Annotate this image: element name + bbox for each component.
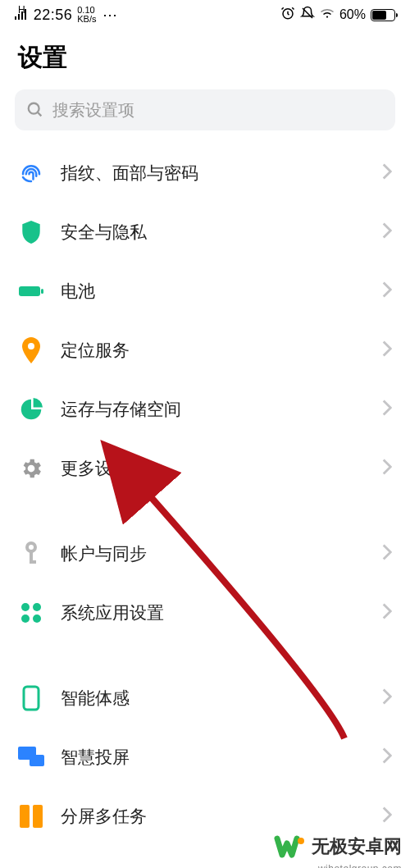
apps-grid-icon xyxy=(18,600,44,626)
more-icon: ⋯ xyxy=(102,6,119,24)
svg-point-14 xyxy=(21,603,30,611)
battery-icon xyxy=(371,9,395,21)
pie-chart-icon xyxy=(18,396,44,423)
battery-icon xyxy=(18,278,44,304)
svg-rect-23 xyxy=(33,805,43,828)
chevron-right-icon xyxy=(382,340,392,360)
item-smart-cast[interactable]: 智慧投屏 xyxy=(0,728,410,787)
svg-point-6 xyxy=(29,103,39,114)
chevron-right-icon xyxy=(382,281,392,301)
item-label: 帐户与同步 xyxy=(61,542,366,565)
chevron-right-icon xyxy=(382,603,392,623)
item-label: 安全与隐私 xyxy=(61,221,366,244)
item-label: 定位服务 xyxy=(61,339,366,362)
signal-type: H xyxy=(18,4,25,16)
svg-rect-13 xyxy=(30,560,36,564)
location-pin-icon xyxy=(18,337,44,363)
status-bar: H 22:56 0.10 KB/s ⋯ 60% xyxy=(0,0,410,30)
svg-point-9 xyxy=(28,343,34,349)
svg-rect-18 xyxy=(24,687,39,710)
svg-rect-8 xyxy=(41,289,43,294)
item-more-settings[interactable]: 更多设置 xyxy=(0,439,410,498)
alarm-icon xyxy=(280,6,295,24)
wifi-icon xyxy=(320,7,335,22)
battery-percent: 60% xyxy=(339,7,366,22)
item-storage[interactable]: 运存与存储空间 xyxy=(0,380,410,439)
item-label: 智能体感 xyxy=(61,687,366,710)
watermark-text: 无极安卓网 xyxy=(312,834,402,859)
network-speed: 0.10 KB/s xyxy=(77,6,96,24)
watermark-url: wjhotelgroup.com xyxy=(318,863,402,868)
svg-rect-0 xyxy=(15,16,16,20)
chevron-right-icon xyxy=(382,222,392,242)
svg-point-11 xyxy=(29,545,34,550)
svg-point-16 xyxy=(21,614,30,623)
phone-outline-icon xyxy=(18,685,44,711)
search-input[interactable]: 搜索设置项 xyxy=(15,89,395,130)
item-label: 运存与存储空间 xyxy=(61,398,366,421)
watermark-logo-icon xyxy=(274,830,307,863)
svg-point-5 xyxy=(326,16,328,17)
page-title: 设置 xyxy=(0,30,410,89)
shield-icon xyxy=(18,219,44,245)
dnd-icon xyxy=(300,6,315,24)
svg-rect-22 xyxy=(20,805,30,828)
clock-time: 22:56 xyxy=(34,7,73,24)
item-label: 系统应用设置 xyxy=(61,601,366,624)
chevron-right-icon xyxy=(382,747,392,767)
item-fingerprint[interactable]: 指纹、面部与密码 xyxy=(0,144,410,203)
item-label: 更多设置 xyxy=(61,457,366,480)
search-icon xyxy=(26,101,44,119)
chevron-right-icon xyxy=(382,544,392,564)
svg-point-24 xyxy=(298,838,304,844)
key-icon xyxy=(18,541,44,567)
item-label: 分屏多任务 xyxy=(61,805,366,828)
speed-unit: KB/s xyxy=(77,15,96,24)
item-accounts[interactable]: 帐户与同步 xyxy=(0,524,410,583)
status-left: H 22:56 0.10 KB/s ⋯ xyxy=(15,6,119,24)
item-security[interactable]: 安全与隐私 xyxy=(0,203,410,262)
chevron-right-icon xyxy=(382,400,392,419)
item-label: 智慧投屏 xyxy=(61,746,366,769)
chevron-right-icon xyxy=(382,163,392,183)
item-system-apps[interactable]: 系统应用设置 xyxy=(0,583,410,642)
group-separator xyxy=(0,498,410,524)
chevron-right-icon xyxy=(382,459,392,478)
chevron-right-icon xyxy=(382,806,392,826)
item-battery[interactable]: 电池 xyxy=(0,262,410,321)
status-right: 60% xyxy=(280,6,395,24)
split-screen-icon xyxy=(18,803,44,829)
search-container: 搜索设置项 xyxy=(0,89,410,140)
svg-point-15 xyxy=(33,603,41,611)
item-label: 指纹、面部与密码 xyxy=(61,162,366,185)
chevron-right-icon xyxy=(382,688,392,708)
watermark: 无极安卓网 wjhotelgroup.com xyxy=(274,830,402,863)
gear-icon xyxy=(18,455,44,482)
group-separator xyxy=(0,642,410,669)
item-location[interactable]: 定位服务 xyxy=(0,321,410,380)
item-label: 电池 xyxy=(61,280,366,303)
svg-point-17 xyxy=(33,614,41,623)
cast-devices-icon xyxy=(18,744,44,770)
item-smart-motion[interactable]: 智能体感 xyxy=(0,669,410,728)
svg-rect-7 xyxy=(19,286,40,296)
fingerprint-icon xyxy=(18,160,44,186)
settings-list: 指纹、面部与密码 安全与隐私 电池 定位服务 运存与存储空间 更多设置 xyxy=(0,140,410,846)
search-placeholder: 搜索设置项 xyxy=(52,99,134,121)
